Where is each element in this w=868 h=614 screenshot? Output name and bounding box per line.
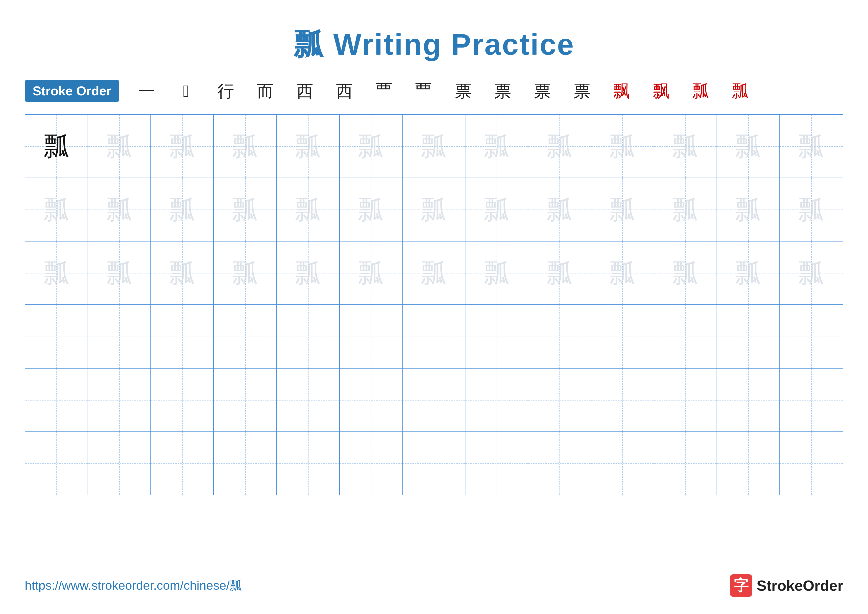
grid-cell-3-10[interactable]: 瓢 (591, 241, 654, 305)
char-light: 瓢 (232, 133, 258, 159)
grid-cell-4-5[interactable] (277, 305, 340, 368)
grid-cell-4-9[interactable] (528, 305, 591, 368)
grid-cell-6-4[interactable] (214, 432, 277, 495)
grid-cell-5-10[interactable] (591, 368, 654, 431)
grid-cell-5-12[interactable] (717, 368, 780, 431)
grid-cell-3-1[interactable]: 瓢 (25, 241, 88, 305)
grid-cell-4-4[interactable] (214, 305, 277, 368)
grid-cell-4-11[interactable] (654, 305, 717, 368)
grid-cell-3-2[interactable]: 瓢 (88, 241, 151, 305)
grid-cell-1-10[interactable]: 瓢 (591, 115, 654, 177)
grid-cell-6-11[interactable] (654, 432, 717, 495)
stroke-step-12: 票 (562, 82, 602, 99)
grid-cell-2-8[interactable]: 瓢 (465, 178, 528, 241)
grid-cell-4-3[interactable] (151, 305, 214, 368)
stroke-step-5: 西 (285, 82, 325, 99)
grid-cell-3-9[interactable]: 瓢 (528, 241, 591, 305)
char-light: 瓢 (295, 133, 321, 159)
grid-cell-5-4[interactable] (214, 368, 277, 431)
grid-cell-6-6[interactable] (340, 432, 403, 495)
grid-cell-4-10[interactable] (591, 305, 654, 368)
grid-cell-2-1[interactable]: 瓢 (25, 178, 88, 241)
grid-cell-4-1[interactable] (25, 305, 88, 368)
stroke-step-2: 𠂇 (166, 82, 206, 99)
stroke-step-11: 票 (522, 82, 562, 99)
grid-cell-6-13[interactable] (780, 432, 843, 495)
grid-cell-6-8[interactable] (465, 432, 528, 495)
stroke-step-3: 行 (206, 82, 245, 99)
char-light: 瓢 (798, 260, 824, 286)
grid-cell-4-6[interactable] (340, 305, 403, 368)
char-light: 瓢 (43, 260, 70, 286)
grid-cell-5-13[interactable] (780, 368, 843, 431)
grid-cell-1-7[interactable]: 瓢 (403, 115, 465, 177)
char-light: 瓢 (169, 197, 195, 223)
grid-cell-1-5[interactable]: 瓢 (277, 115, 340, 177)
grid-cell-5-8[interactable] (465, 368, 528, 431)
grid-cell-4-2[interactable] (88, 305, 151, 368)
char-light: 瓢 (484, 133, 510, 159)
grid-cell-1-2[interactable]: 瓢 (88, 115, 151, 177)
grid-cell-4-13[interactable] (780, 305, 843, 368)
grid-cell-2-9[interactable]: 瓢 (528, 178, 591, 241)
grid-cell-3-8[interactable]: 瓢 (465, 241, 528, 305)
grid-cell-5-11[interactable] (654, 368, 717, 431)
grid-cell-6-9[interactable] (528, 432, 591, 495)
grid-cell-5-6[interactable] (340, 368, 403, 431)
grid-cell-5-3[interactable] (151, 368, 214, 431)
char-light: 瓢 (672, 197, 698, 223)
grid-cell-6-2[interactable] (88, 432, 151, 495)
grid-cell-5-9[interactable] (528, 368, 591, 431)
grid-cell-1-4[interactable]: 瓢 (214, 115, 277, 177)
grid-cell-3-5[interactable]: 瓢 (277, 241, 340, 305)
grid-cell-6-12[interactable] (717, 432, 780, 495)
grid-cell-5-7[interactable] (403, 368, 465, 431)
grid-cell-4-12[interactable] (717, 305, 780, 368)
char-light: 瓢 (106, 197, 132, 223)
grid-cell-2-3[interactable]: 瓢 (151, 178, 214, 241)
grid-cell-1-9[interactable]: 瓢 (528, 115, 591, 177)
grid-cell-2-2[interactable]: 瓢 (88, 178, 151, 241)
grid-cell-5-5[interactable] (277, 368, 340, 431)
char-light: 瓢 (43, 197, 70, 223)
grid-cell-3-13[interactable]: 瓢 (780, 241, 843, 305)
grid-cell-5-2[interactable] (88, 368, 151, 431)
grid-cell-6-7[interactable] (403, 432, 465, 495)
grid-cell-1-13[interactable]: 瓢 (780, 115, 843, 177)
grid-cell-2-10[interactable]: 瓢 (591, 178, 654, 241)
grid-cell-1-6[interactable]: 瓢 (340, 115, 403, 177)
grid-cell-3-6[interactable]: 瓢 (340, 241, 403, 305)
grid-cell-2-13[interactable]: 瓢 (780, 178, 843, 241)
grid-cell-3-3[interactable]: 瓢 (151, 241, 214, 305)
char-light: 瓢 (295, 260, 321, 286)
char-light: 瓢 (609, 133, 636, 159)
strokeorder-logo-text: StrokeOrder (756, 577, 843, 594)
grid-cell-2-11[interactable]: 瓢 (654, 178, 717, 241)
stroke-step-7: 覀 (364, 82, 404, 99)
grid-cell-6-5[interactable] (277, 432, 340, 495)
grid-cell-3-12[interactable]: 瓢 (717, 241, 780, 305)
grid-cell-1-11[interactable]: 瓢 (654, 115, 717, 177)
grid-cell-2-6[interactable]: 瓢 (340, 178, 403, 241)
grid-cell-2-4[interactable]: 瓢 (214, 178, 277, 241)
grid-cell-6-1[interactable] (25, 432, 88, 495)
grid-cell-2-7[interactable]: 瓢 (403, 178, 465, 241)
grid-cell-3-7[interactable]: 瓢 (403, 241, 465, 305)
char-light: 瓢 (169, 260, 195, 286)
grid-cell-1-8[interactable]: 瓢 (465, 115, 528, 177)
grid-cell-4-7[interactable] (403, 305, 465, 368)
grid-cell-3-11[interactable]: 瓢 (654, 241, 717, 305)
char-light: 瓢 (106, 260, 132, 286)
grid-cell-6-3[interactable] (151, 432, 214, 495)
grid-cell-5-1[interactable] (25, 368, 88, 431)
grid-cell-4-8[interactable] (465, 305, 528, 368)
grid-cell-3-4[interactable]: 瓢 (214, 241, 277, 305)
grid-cell-2-5[interactable]: 瓢 (277, 178, 340, 241)
grid-cell-1-1[interactable]: 瓢 (25, 115, 88, 177)
grid-cell-6-10[interactable] (591, 432, 654, 495)
char-light: 瓢 (798, 197, 824, 223)
grid-cell-1-3[interactable]: 瓢 (151, 115, 214, 177)
footer-url[interactable]: https://www.strokeorder.com/chinese/瓢 (25, 577, 242, 594)
grid-cell-2-12[interactable]: 瓢 (717, 178, 780, 241)
grid-cell-1-12[interactable]: 瓢 (717, 115, 780, 177)
